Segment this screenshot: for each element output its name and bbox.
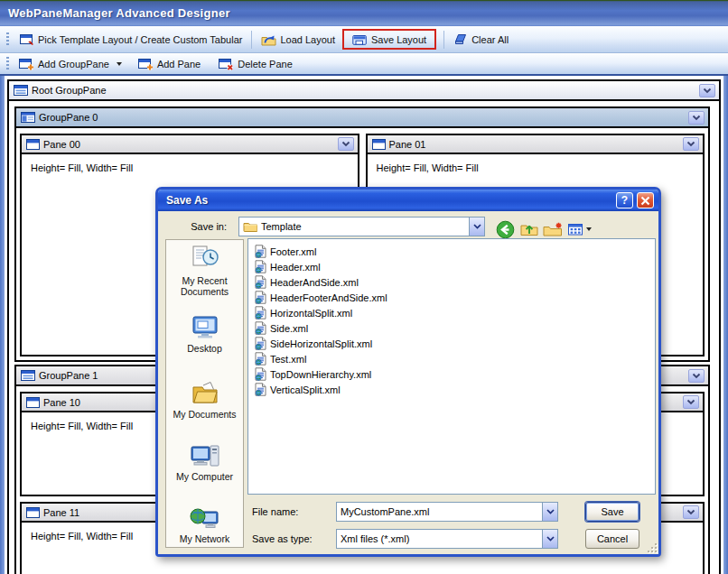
xml-file-icon [255,275,266,289]
toolbar-grip-icon[interactable] [6,32,9,47]
view-menu-button[interactable] [566,219,593,239]
chevron-down-icon [686,141,695,147]
file-item[interactable]: Test.xml [255,351,655,366]
save-layout-button[interactable]: Save Layout [348,32,431,47]
save-in-combobox[interactable]: Template [238,217,485,236]
pane-window-icon [26,397,40,408]
file-item[interactable]: HorizontalSplit.xml [255,305,655,320]
chevron-down-icon [473,224,481,229]
pane-01-collapse-button[interactable] [683,137,699,151]
grouppane-split-icon [21,112,35,123]
grouppane-0-collapse-button[interactable] [688,111,705,125]
desktop-icon [190,314,220,341]
add-grouppane-dropdown-icon[interactable] [117,62,122,66]
pane-00-header[interactable]: Pane 00 [22,135,358,154]
delete-pane-button[interactable]: Delete Pane [214,56,297,72]
clear-all-button[interactable]: Clear All [449,32,513,47]
save-in-dropdown-button[interactable] [469,218,484,236]
chevron-down-icon [686,509,695,515]
save-layout-label: Save Layout [371,34,426,45]
place-my-documents[interactable]: My Documents [166,380,243,420]
save-button-label: Save [601,506,623,517]
file-item[interactable]: HeaderFooterAndSide.xml [255,290,655,305]
dialog-title: Save As [166,194,208,207]
app-title: WebPaneManager Advanced Designer [8,6,230,20]
grouppane-0-header[interactable]: GroupPane 0 [16,108,708,128]
dialog-body: Save in: Template [158,211,658,554]
root-grouppane-header[interactable]: Root GroupPane [9,81,719,101]
pick-template-button[interactable]: Pick Template Layout / Create Custom Tab… [14,32,247,48]
file-item[interactable]: HeaderAndSide.xml [255,274,655,290]
my-network-icon [190,506,220,532]
pane-00-title: Pane 00 [43,139,80,150]
save-as-type-combobox[interactable]: Xml files (*.xml) [336,529,558,549]
place-my-network[interactable]: My Network [166,506,243,544]
dialog-help-button[interactable]: ? [616,192,633,208]
load-layout-button[interactable]: Load Layout [257,32,340,48]
pane-01-header[interactable]: Pane 01 [368,135,704,154]
xml-file-icon [255,291,266,304]
file-name-dropdown-button[interactable] [542,503,557,521]
file-item[interactable]: Side.xml [255,320,655,336]
up-one-level-button[interactable] [518,219,539,239]
grouppane-window-icon [21,370,35,381]
file-item[interactable]: VerticalSplit.xml [255,382,655,397]
pane-11-collapse-button[interactable] [683,505,699,519]
dialog-titlebar[interactable]: Save As [158,190,658,211]
place-my-computer[interactable]: My Computer [166,444,243,482]
resize-grip[interactable] [645,541,657,552]
pick-template-icon [19,33,34,46]
close-icon [640,196,650,206]
save-button[interactable]: Save [585,502,639,522]
file-name: TopDownHierarchy.xml [270,369,371,380]
add-grouppane-button[interactable]: Add GroupPane [14,56,126,72]
xml-file-icon [255,367,266,381]
load-layout-label: Load Layout [280,34,335,45]
save-in-label: Save in: [174,221,227,232]
add-pane-icon [138,58,154,70]
file-item[interactable]: TopDownHierarchy.xml [255,366,655,382]
file-name-input[interactable] [337,503,542,521]
new-folder-button[interactable] [541,219,565,239]
save-as-type-label: Save as type: [252,533,313,544]
pick-template-label: Pick Template Layout / Create Custom Tab… [38,34,242,45]
place-desktop[interactable]: Desktop [166,314,243,354]
file-name: HorizontalSplit.xml [270,308,352,319]
app-window: WebPaneManager Advanced Designer Pick Te… [0,0,728,574]
chevron-down-icon [703,88,712,94]
root-grouppane-title: Root GroupPane [32,85,107,96]
chevron-down-icon [546,536,555,542]
grouppane-1-title: GroupPane 1 [39,370,98,381]
chevron-down-icon [692,373,701,379]
folder-up-icon [520,222,538,236]
file-name: HeaderFooterAndSide.xml [270,292,387,303]
new-folder-icon [543,222,564,236]
file-item[interactable]: SideHorizontalSplit.xml [255,336,655,351]
back-icon [496,220,515,239]
pane-01-title: Pane 01 [389,139,426,150]
add-pane-button[interactable]: Add Pane [134,56,205,72]
back-button[interactable] [494,219,517,239]
cancel-button[interactable]: Cancel [585,529,639,549]
grouppane-1-collapse-button[interactable] [688,369,705,383]
xml-file-icon [255,337,266,350]
place-label: Desktop [187,343,222,354]
window-frame-right [723,76,728,574]
add-grouppane-icon [19,58,34,70]
chevron-down-icon [686,399,695,405]
pane-10-title: Pane 10 [43,397,80,408]
dialog-close-button[interactable] [637,192,654,208]
pane-10-collapse-button[interactable] [683,395,699,409]
toolbar-separator [443,31,444,49]
place-my-recent-documents[interactable]: My Recent Documents [166,245,243,297]
load-layout-icon [261,33,276,46]
save-as-type-dropdown-button[interactable] [542,530,557,548]
view-menu-icon [568,223,583,236]
pane-00-collapse-button[interactable] [338,137,354,151]
root-collapse-button[interactable] [699,84,715,97]
file-item[interactable]: Header.xml [255,259,655,274]
toolbar-grip-icon[interactable] [6,57,9,71]
view-menu-dropdown-icon [586,227,592,231]
file-item[interactable]: Footer.xml [255,244,655,259]
file-list[interactable]: Footer.xml Header.xml HeaderAndSide.xml … [247,238,656,495]
